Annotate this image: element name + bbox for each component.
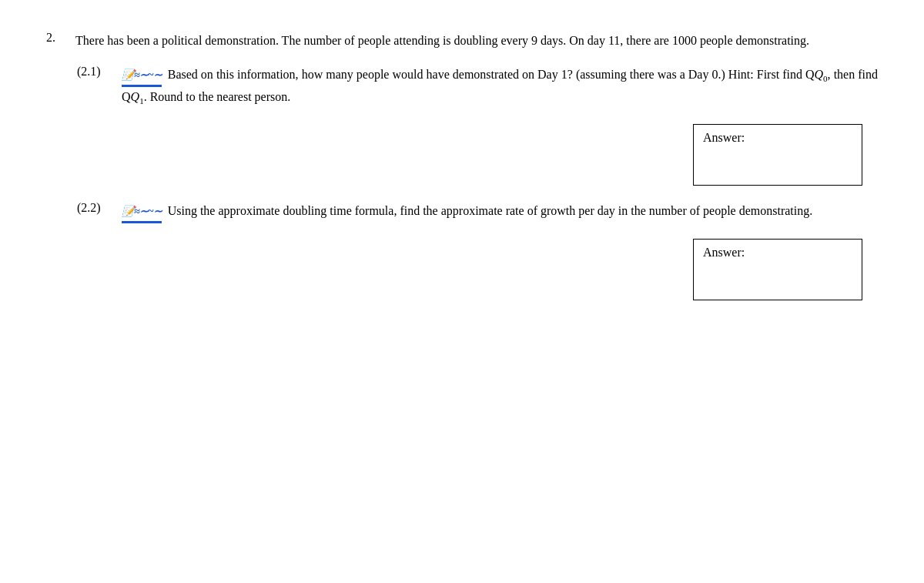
sub-problem-2-1-label: (2.1): [77, 65, 116, 109]
scribble-mark-2-2: 📝≈∼~∼: [122, 203, 162, 223]
q1-var: Q: [131, 90, 140, 103]
sub-problem-2-1-text: 📝≈∼~∼ Based on this information, how man…: [122, 65, 878, 109]
sub-problem-2-1: (2.1) 📝≈∼~∼ Based on this information, h…: [77, 65, 878, 109]
problem-2: 2. There has been a political demonstrat…: [46, 31, 878, 51]
problem-intro-text: There has been a political demonstration…: [75, 31, 878, 51]
scribble-mark-2-1: 📝≈∼~∼: [122, 67, 162, 87]
q0-var: Q: [815, 68, 824, 81]
sub-2-2-main-text: Using the approximate doubling time form…: [168, 204, 813, 217]
sub-problem-2-2-label: (2.2): [77, 201, 116, 223]
answer-box-2-2[interactable]: Answer:: [693, 239, 862, 300]
answer-box-container-2-1: Answer:: [46, 124, 878, 186]
problem-number-label: 2.: [46, 31, 69, 51]
answer-box-container-2-2: Answer:: [46, 239, 878, 300]
sub-problem-2-2: (2.2) 📝≈∼~∼ Using the approximate doubli…: [77, 201, 878, 223]
answer-label-2-2: Answer:: [703, 246, 745, 259]
answer-box-2-1[interactable]: Answer:: [693, 124, 862, 186]
answer-label-2-1: Answer:: [703, 131, 745, 144]
sub-2-1-text-before: Based on this information, how many peop…: [168, 68, 815, 81]
sub-problem-2-2-text: 📝≈∼~∼ Using the approximate doubling tim…: [122, 201, 878, 223]
sub-2-1-text-end: . Round to the nearest person.: [144, 90, 291, 103]
